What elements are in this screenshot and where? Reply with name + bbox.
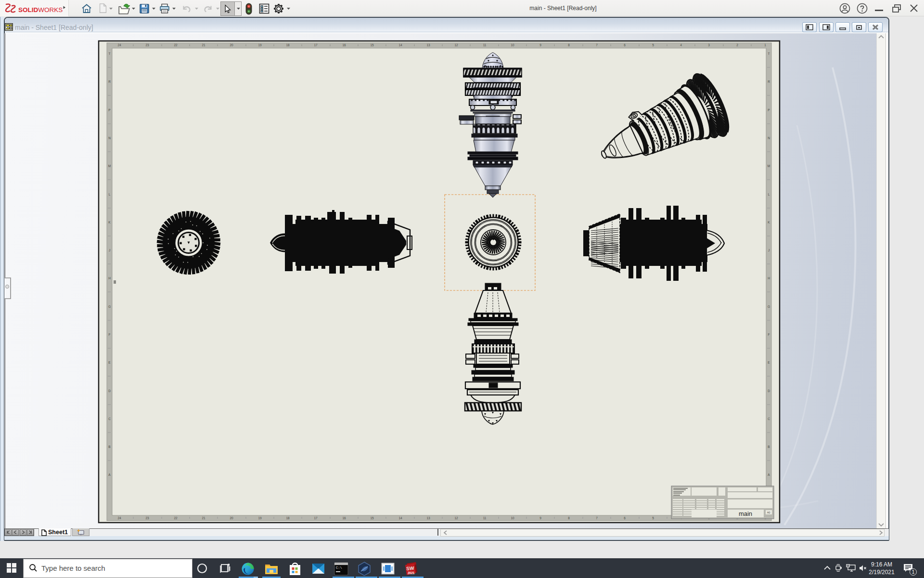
svg-text:SW: SW <box>406 565 414 571</box>
svg-text:A: A <box>768 473 770 476</box>
svg-text:R: R <box>108 80 111 83</box>
svg-text:G: G <box>768 305 770 308</box>
svg-text:10: 10 <box>511 43 514 47</box>
svg-text:K: K <box>768 221 770 224</box>
svg-text:12: 12 <box>454 516 458 520</box>
svg-text:N: N <box>768 136 770 140</box>
svg-text:2021: 2021 <box>408 571 415 575</box>
svg-text:10: 10 <box>511 516 514 520</box>
svg-text:E: E <box>108 361 111 364</box>
svg-text:12: 12 <box>454 43 458 47</box>
svg-text:H: H <box>768 276 770 280</box>
svg-text:6: 6 <box>624 516 626 520</box>
svg-text:22: 22 <box>174 43 178 47</box>
svg-text:M: M <box>108 164 111 168</box>
svg-text:K: K <box>108 221 111 224</box>
svg-text:23: 23 <box>145 43 149 47</box>
svg-text:15: 15 <box>370 516 374 520</box>
svg-text:24: 24 <box>117 516 121 520</box>
svg-text:4: 4 <box>680 43 682 47</box>
svg-text:19: 19 <box>258 43 262 47</box>
svg-text:14: 14 <box>398 43 402 47</box>
svg-text:B: B <box>768 445 770 448</box>
svg-text:T: T <box>768 52 770 55</box>
svg-text:16: 16 <box>342 43 346 47</box>
svg-text:17: 17 <box>314 43 318 47</box>
svg-text:21: 21 <box>202 516 205 520</box>
svg-text:F: F <box>109 333 111 336</box>
svg-text:main: main <box>739 510 752 517</box>
svg-text:M: M <box>768 164 770 168</box>
svg-text:3: 3 <box>708 43 710 47</box>
svg-text:C: C <box>108 417 111 420</box>
svg-text:1: 1 <box>764 43 766 47</box>
svg-text:9: 9 <box>539 516 541 520</box>
svg-text:D: D <box>768 389 770 393</box>
svg-text:13: 13 <box>426 43 430 47</box>
svg-text:11: 11 <box>483 516 487 520</box>
svg-text:22: 22 <box>174 516 178 520</box>
svg-text:5: 5 <box>652 43 654 47</box>
svg-text:7: 7 <box>596 43 598 47</box>
svg-text:L: L <box>768 193 770 196</box>
svg-text:5: 5 <box>652 516 654 520</box>
svg-text:G: G <box>108 305 111 308</box>
svg-text:7: 7 <box>596 516 598 520</box>
svg-text:18: 18 <box>286 43 290 47</box>
svg-text:B: B <box>108 445 110 448</box>
svg-text:2: 2 <box>736 43 738 47</box>
svg-text:J: J <box>109 249 110 252</box>
svg-text:14: 14 <box>398 516 402 520</box>
svg-text:F: F <box>768 333 770 336</box>
svg-text:16: 16 <box>342 516 346 520</box>
svg-text:H: H <box>108 276 111 280</box>
svg-text:SOLIDWORKS: SOLIDWORKS <box>18 6 63 13</box>
svg-text:P: P <box>108 108 110 112</box>
svg-text:E: E <box>768 361 770 364</box>
svg-text:T: T <box>109 52 111 55</box>
svg-text:L: L <box>109 193 111 196</box>
svg-text:21: 21 <box>202 43 205 47</box>
svg-text:8: 8 <box>568 43 570 47</box>
svg-text:N: N <box>108 136 111 140</box>
svg-text:A0: A0 <box>767 511 770 514</box>
svg-text:A: A <box>108 473 111 476</box>
svg-text:17: 17 <box>314 516 318 520</box>
svg-text:P: P <box>768 108 770 112</box>
svg-text:20: 20 <box>230 43 233 47</box>
svg-text:19: 19 <box>258 516 262 520</box>
svg-text:23: 23 <box>145 516 149 520</box>
svg-text:C: C <box>768 417 770 420</box>
svg-text:J: J <box>768 249 770 252</box>
svg-text:9: 9 <box>539 43 541 47</box>
svg-text:18: 18 <box>286 516 290 520</box>
svg-text:11: 11 <box>483 43 487 47</box>
svg-text:13: 13 <box>426 516 430 520</box>
svg-text:R: R <box>768 80 770 83</box>
svg-text:D: D <box>108 389 111 393</box>
svg-text:20: 20 <box>230 516 233 520</box>
svg-text:C:\: C:\ <box>336 566 342 570</box>
svg-text:15: 15 <box>370 43 374 47</box>
svg-text:24: 24 <box>117 43 121 47</box>
svg-text:8: 8 <box>568 516 570 520</box>
svg-text:6: 6 <box>624 43 626 47</box>
